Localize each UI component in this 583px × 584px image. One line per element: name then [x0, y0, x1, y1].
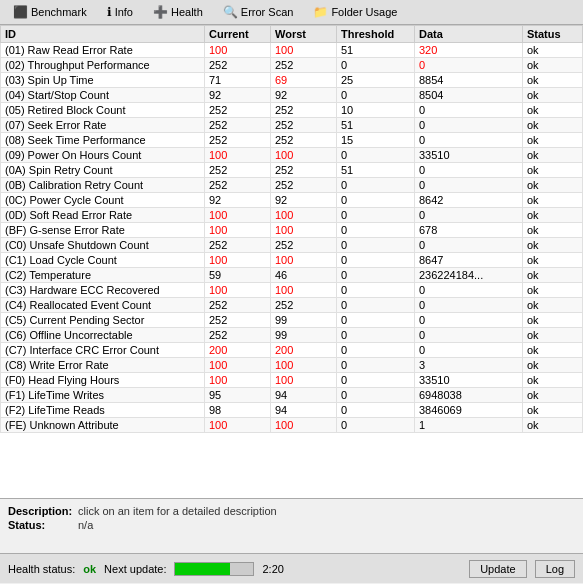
row-id: (07) Seek Error Rate [1, 118, 205, 133]
row-current: 59 [205, 268, 271, 283]
row-current: 252 [205, 328, 271, 343]
row-current: 95 [205, 388, 271, 403]
table-row[interactable]: (0C) Power Cycle Count 92 92 0 8642 ok [1, 193, 583, 208]
row-threshold: 0 [337, 373, 415, 388]
description-row: Description: click on an item for a deta… [8, 505, 575, 517]
table-row[interactable]: (09) Power On Hours Count 100 100 0 3351… [1, 148, 583, 163]
row-current: 252 [205, 103, 271, 118]
row-current: 100 [205, 223, 271, 238]
row-data: 0 [415, 163, 523, 178]
row-worst: 252 [271, 58, 337, 73]
benchmark-button[interactable]: ⬛Benchmark [4, 2, 96, 22]
row-id: (C2) Temperature [1, 268, 205, 283]
health-icon: ➕ [153, 5, 168, 19]
row-current: 252 [205, 313, 271, 328]
table-row[interactable]: (0B) Calibration Retry Count 252 252 0 0… [1, 178, 583, 193]
table-row[interactable]: (07) Seek Error Rate 252 252 51 0 ok [1, 118, 583, 133]
row-worst: 100 [271, 43, 337, 58]
row-threshold: 0 [337, 178, 415, 193]
row-status: ok [523, 193, 583, 208]
row-data: 8642 [415, 193, 523, 208]
row-data: 0 [415, 328, 523, 343]
col-header-threshold: Threshold [337, 26, 415, 43]
table-row[interactable]: (C7) Interface CRC Error Count 200 200 0… [1, 343, 583, 358]
table-row[interactable]: (C8) Write Error Rate 100 100 0 3 ok [1, 358, 583, 373]
table-row[interactable]: (04) Start/Stop Count 92 92 0 8504 ok [1, 88, 583, 103]
row-data: 3846069 [415, 403, 523, 418]
row-threshold: 0 [337, 58, 415, 73]
row-worst: 69 [271, 73, 337, 88]
table-row[interactable]: (03) Spin Up Time 71 69 25 8854 ok [1, 73, 583, 88]
table-row[interactable]: (08) Seek Time Performance 252 252 15 0 … [1, 133, 583, 148]
row-current: 252 [205, 163, 271, 178]
row-threshold: 15 [337, 133, 415, 148]
table-row[interactable]: (C3) Hardware ECC Recovered 100 100 0 0 … [1, 283, 583, 298]
table-row[interactable]: (C0) Unsafe Shutdown Count 252 252 0 0 o… [1, 238, 583, 253]
status-row: Status: n/a [8, 519, 575, 531]
update-button[interactable]: Update [469, 560, 526, 578]
row-data: 0 [415, 298, 523, 313]
table-row[interactable]: (02) Throughput Performance 252 252 0 0 … [1, 58, 583, 73]
row-current: 100 [205, 148, 271, 163]
description-panel: Description: click on an item for a deta… [0, 498, 583, 553]
row-threshold: 0 [337, 253, 415, 268]
row-status: ok [523, 43, 583, 58]
row-id: (F1) LifeTime Writes [1, 388, 205, 403]
row-data: 0 [415, 58, 523, 73]
row-worst: 92 [271, 193, 337, 208]
row-data: 0 [415, 238, 523, 253]
log-button[interactable]: Log [535, 560, 575, 578]
table-container[interactable]: ID Current Worst Threshold Data Status (… [0, 25, 583, 498]
table-row[interactable]: (0A) Spin Retry Count 252 252 51 0 ok [1, 163, 583, 178]
row-status: ok [523, 88, 583, 103]
row-worst: 100 [271, 148, 337, 163]
table-row[interactable]: (BF) G-sense Error Rate 100 100 0 678 ok [1, 223, 583, 238]
row-worst: 252 [271, 133, 337, 148]
table-row[interactable]: (F1) LifeTime Writes 95 94 0 6948038 ok [1, 388, 583, 403]
row-current: 252 [205, 178, 271, 193]
row-data: 0 [415, 208, 523, 223]
table-row[interactable]: (C1) Load Cycle Count 100 100 0 8647 ok [1, 253, 583, 268]
row-worst: 252 [271, 298, 337, 313]
error-scan-button[interactable]: 🔍Error Scan [214, 2, 303, 22]
row-data: 0 [415, 283, 523, 298]
row-threshold: 0 [337, 223, 415, 238]
table-header-row: ID Current Worst Threshold Data Status [1, 26, 583, 43]
row-data: 0 [415, 103, 523, 118]
row-threshold: 51 [337, 43, 415, 58]
row-id: (BF) G-sense Error Rate [1, 223, 205, 238]
row-current: 100 [205, 208, 271, 223]
row-worst: 100 [271, 283, 337, 298]
row-current: 252 [205, 118, 271, 133]
table-row[interactable]: (F2) LifeTime Reads 98 94 0 3846069 ok [1, 403, 583, 418]
row-threshold: 0 [337, 403, 415, 418]
row-data: 0 [415, 118, 523, 133]
folder-usage-icon: 📁 [313, 5, 328, 19]
table-row[interactable]: (C6) Offline Uncorrectable 252 99 0 0 ok [1, 328, 583, 343]
table-row[interactable]: (F0) Head Flying Hours 100 100 0 33510 o… [1, 373, 583, 388]
row-worst: 99 [271, 328, 337, 343]
table-row[interactable]: (C4) Reallocated Event Count 252 252 0 0… [1, 298, 583, 313]
health-status-value: ok [83, 563, 96, 575]
table-row[interactable]: (0D) Soft Read Error Rate 100 100 0 0 ok [1, 208, 583, 223]
row-id: (F2) LifeTime Reads [1, 403, 205, 418]
row-data: 236224184... [415, 268, 523, 283]
row-data: 0 [415, 133, 523, 148]
folder-usage-button[interactable]: 📁Folder Usage [304, 2, 406, 22]
table-row[interactable]: (FE) Unknown Attribute 100 100 0 1 ok [1, 418, 583, 433]
row-id: (C1) Load Cycle Count [1, 253, 205, 268]
table-row[interactable]: (C2) Temperature 59 46 0 236224184... ok [1, 268, 583, 283]
col-header-worst: Worst [271, 26, 337, 43]
row-id: (09) Power On Hours Count [1, 148, 205, 163]
table-row[interactable]: (C5) Current Pending Sector 252 99 0 0 o… [1, 313, 583, 328]
health-button[interactable]: ➕Health [144, 2, 212, 22]
row-id: (C5) Current Pending Sector [1, 313, 205, 328]
row-threshold: 0 [337, 418, 415, 433]
row-status: ok [523, 163, 583, 178]
row-data: 1 [415, 418, 523, 433]
col-header-current: Current [205, 26, 271, 43]
info-button[interactable]: ℹInfo [98, 2, 142, 22]
table-row[interactable]: (01) Raw Read Error Rate 100 100 51 320 … [1, 43, 583, 58]
row-data: 3 [415, 358, 523, 373]
table-row[interactable]: (05) Retired Block Count 252 252 10 0 ok [1, 103, 583, 118]
